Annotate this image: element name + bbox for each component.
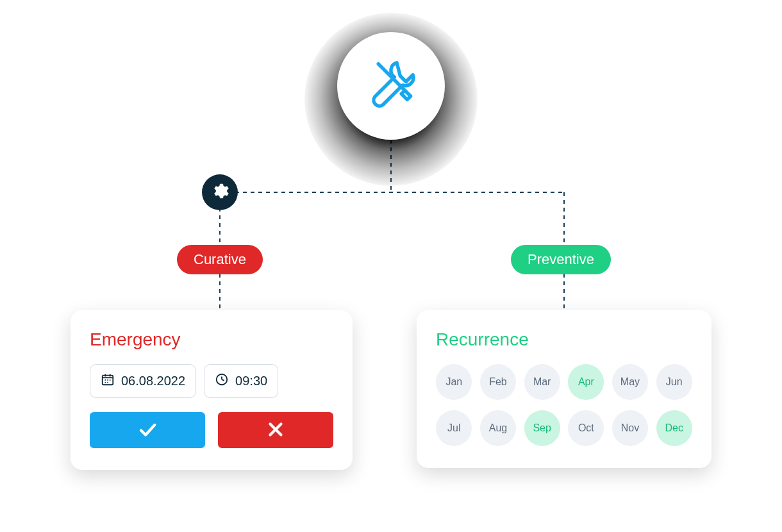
month-chip-oct[interactable]: Oct <box>568 410 604 446</box>
clock-icon <box>215 372 229 390</box>
date-field[interactable]: 06.08.2022 <box>90 364 196 398</box>
date-value: 06.08.2022 <box>121 374 185 388</box>
tools-crossed-icon <box>362 56 420 116</box>
confirm-button[interactable] <box>90 412 205 448</box>
time-field[interactable]: 09:30 <box>204 364 278 398</box>
emergency-fields: 06.08.2022 09:30 <box>90 364 333 398</box>
recurrence-title: Recurrence <box>436 329 692 350</box>
x-icon <box>265 419 287 442</box>
calendar-icon <box>101 372 115 390</box>
diagram-stage: Curative Preventive Emergency 06.08.2022… <box>0 0 782 532</box>
curative-pill: Curative <box>177 245 263 274</box>
svg-point-12 <box>110 379 111 381</box>
gear-node <box>202 174 238 210</box>
month-chip-feb[interactable]: Feb <box>480 364 516 400</box>
month-grid: JanFebMarAprMayJunJulAugSepOctNovDec <box>436 364 692 446</box>
time-value: 09:30 <box>235 374 267 388</box>
preventive-pill-label: Preventive <box>528 251 594 267</box>
month-chip-nov[interactable]: Nov <box>612 410 648 446</box>
preventive-pill: Preventive <box>511 245 611 274</box>
month-chip-sep[interactable]: Sep <box>524 410 560 446</box>
month-chip-dec[interactable]: Dec <box>656 410 692 446</box>
svg-point-14 <box>107 382 108 383</box>
svg-point-11 <box>107 379 108 381</box>
root-node <box>337 32 445 140</box>
emergency-title: Emergency <box>90 329 333 350</box>
month-chip-may[interactable]: May <box>612 364 648 400</box>
month-chip-aug[interactable]: Aug <box>480 410 516 446</box>
svg-line-17 <box>222 379 224 381</box>
month-chip-jun[interactable]: Jun <box>656 364 692 400</box>
month-chip-apr[interactable]: Apr <box>568 364 604 400</box>
month-chip-jul[interactable]: Jul <box>436 410 472 446</box>
cancel-button[interactable] <box>218 412 333 448</box>
check-icon <box>137 419 158 442</box>
emergency-card: Emergency 06.08.2022 09:30 <box>71 310 353 470</box>
svg-point-10 <box>104 379 106 381</box>
svg-point-13 <box>104 382 106 383</box>
recurrence-card: Recurrence JanFebMarAprMayJunJulAugSepOc… <box>417 310 711 468</box>
month-chip-mar[interactable]: Mar <box>524 364 560 400</box>
gear-icon <box>210 181 229 203</box>
curative-pill-label: Curative <box>194 251 246 267</box>
action-row <box>90 412 333 448</box>
month-chip-jan[interactable]: Jan <box>436 364 472 400</box>
